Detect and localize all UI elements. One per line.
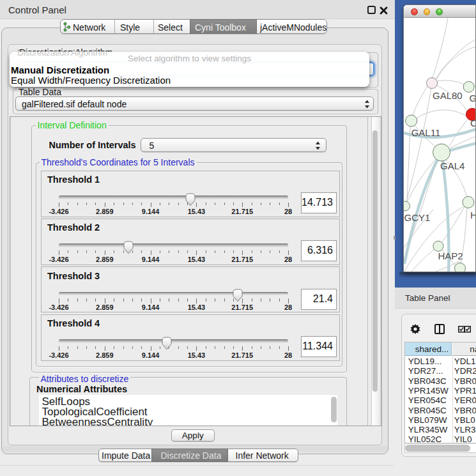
svg-text:GA: GA: [470, 93, 476, 104]
svg-text:GAL4: GAL4: [440, 160, 464, 171]
svg-text:GAL80: GAL80: [433, 90, 463, 101]
svg-text:GAL11: GAL11: [411, 127, 441, 138]
svg-text:HAP2: HAP2: [438, 250, 463, 261]
svg-text:H: H: [470, 210, 476, 220]
svg-text:GCY1: GCY1: [404, 212, 431, 223]
svg-text:C: C: [470, 118, 476, 128]
